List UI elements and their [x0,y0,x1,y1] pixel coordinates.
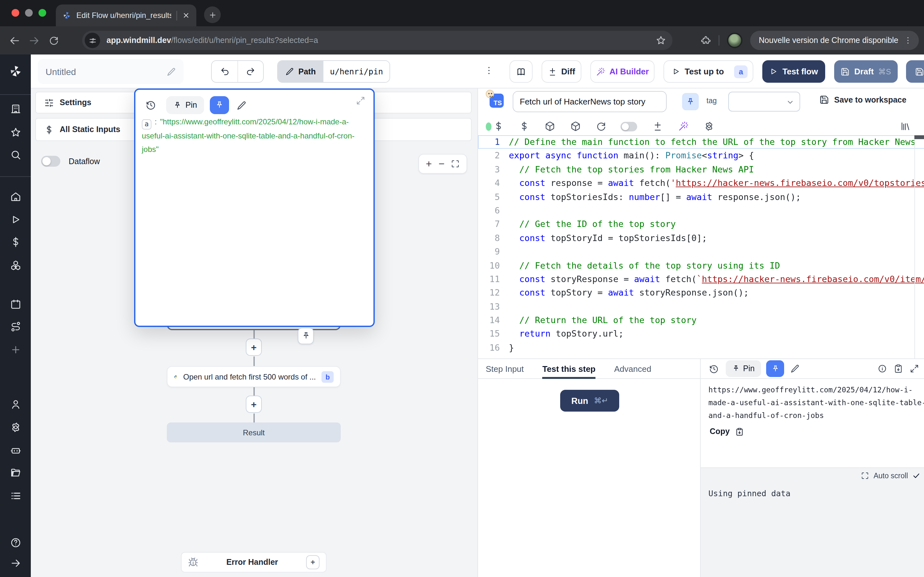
run-button[interactable]: Run ⌘↵ [560,390,619,412]
code-line-3[interactable]: 3 // Fetch the top stories from Hacker N… [478,163,924,177]
dataflow-toggle[interactable] [41,156,60,167]
editor-tool-gear[interactable] [704,121,714,131]
site-info-icon[interactable] [85,33,100,48]
editor-toggle[interactable] [620,121,637,131]
sidebar-item-folder[interactable] [0,467,31,478]
traffic-light-close[interactable] [11,9,19,17]
sidebar-item-gear[interactable] [0,422,31,433]
fit-view-icon[interactable] [451,160,460,168]
sidebar-item-calendar[interactable] [0,299,31,309]
add-error-handler-button[interactable]: + [306,555,320,569]
auto-scroll-control[interactable]: Auto scroll [861,472,920,480]
sidebar-item-arrow-right[interactable] [0,558,31,569]
pin-toggle-button[interactable]: Pin [726,360,761,377]
sidebar-item-building[interactable] [0,103,31,114]
zoom-out-icon[interactable]: − [439,158,445,169]
sidebar-item-help[interactable] [0,537,31,548]
sidebar-item-home[interactable] [0,191,31,202]
zoom-in-icon[interactable]: + [426,158,432,169]
sidebar-item-cubes[interactable] [0,259,31,271]
profile-avatar[interactable] [727,33,742,48]
editor-tool-refresh[interactable] [596,121,606,131]
expand-icon[interactable] [356,96,365,105]
undo-button[interactable] [212,61,237,82]
code-line-9[interactable]: 9 [478,245,924,259]
forward-icon[interactable] [29,35,40,46]
code-line-2[interactable]: 2export async function main(): Promise<s… [478,149,924,163]
copy-json-icon[interactable] [894,364,903,373]
extensions-icon[interactable] [700,35,711,45]
test-flow-button[interactable]: Test flow [762,60,825,83]
windmill-logo[interactable] [0,64,31,78]
pin-active-button[interactable] [210,96,229,114]
step-summary-input[interactable]: Fetch url of HackerNews top story [513,91,667,112]
deploy-button[interactable]: Deploy [906,60,924,83]
chrome-update-button[interactable]: Nouvelle version de Chrome disponible [750,31,919,50]
test-up-to-button[interactable]: Test up to a [664,60,753,83]
fullscreen-icon[interactable] [861,472,869,480]
code-editor[interactable]: 1// Define the main function to fetch th… [478,135,924,358]
code-line-6[interactable]: 6 [478,204,924,218]
draft-button[interactable]: Draft ⌘S [834,60,898,83]
code-line-5[interactable]: 5 const topStoriesIds: number[] = await … [478,190,924,204]
copy-button[interactable]: Copy [710,427,744,436]
traffic-light-minimize[interactable] [25,9,33,17]
code-line-14[interactable]: 14 // Return the URL of the top story [478,314,924,327]
flow-node-result[interactable]: Result [167,422,341,442]
editor-tool-package[interactable] [570,121,581,131]
editor-tool-package[interactable] [545,121,555,131]
reload-icon[interactable] [49,35,59,45]
flow-node-b[interactable]: Open url and fetch first 500 words of ..… [167,366,341,387]
pin-active-button[interactable] [766,360,784,377]
info-icon[interactable] [878,364,887,373]
code-line-7[interactable]: 7 // Get the ID of the top story [478,218,924,231]
insert-step-button[interactable]: + [246,396,262,413]
sidebar-item-list[interactable] [0,490,31,501]
tab-advanced[interactable]: Advanced [614,359,651,379]
bookmark-star-icon[interactable] [656,35,666,45]
diff-button[interactable]: Diff [541,60,582,83]
redo-button[interactable] [237,61,263,82]
sidebar-item-route[interactable] [0,321,31,332]
tag-select[interactable] [728,92,800,111]
code-line-1[interactable]: 1// Define the main function to fetch th… [478,135,924,149]
new-tab-button[interactable] [204,6,221,23]
sidebar-item-search[interactable] [0,149,31,160]
sidebar-item-play[interactable] [0,214,31,225]
sidebar-item-dollar[interactable] [0,237,31,247]
edit-icon[interactable] [790,364,800,373]
code-line-11[interactable]: 11 const storyResponse = await fetch(`ht… [478,272,924,286]
path-button[interactable]: Path u/henri/pin [277,60,390,83]
code-line-10[interactable]: 10 // Fetch the details of the top story… [478,259,924,272]
sidebar-item-plus[interactable] [0,344,31,355]
browser-tab[interactable]: Edit Flow u/henri/pin_results [56,5,196,26]
history-icon[interactable] [145,100,156,110]
tab-test-this-step[interactable]: Test this step [543,359,596,379]
edit-icon[interactable] [237,100,246,110]
code-line-4[interactable]: 4 const response = await fetch('https://… [478,176,924,190]
tab-close-icon[interactable] [182,11,190,19]
tab-step-input[interactable]: Step Input [486,359,524,379]
sidebar-item-star[interactable] [0,127,31,138]
chrome-menu-icon[interactable] [903,36,913,45]
save-to-workspace-button[interactable]: Save to workspace [819,95,906,105]
ai-builder-button[interactable]: AI Builder [590,60,654,83]
back-icon[interactable] [9,35,20,46]
flow-title-field[interactable]: Untitled [38,59,184,84]
history-icon[interactable] [709,364,719,374]
omnibox[interactable]: app.windmill.dev/flows/edit/u/henri/pin_… [82,31,672,50]
code-line-16[interactable]: 16} [478,341,924,355]
flow-node-error-handler[interactable]: Error Handler + [181,552,326,572]
header-pin-button[interactable] [682,93,699,110]
insert-step-button[interactable]: + [246,338,262,356]
code-line-12[interactable]: 12 const topStory = await storyResponse.… [478,286,924,300]
library-panel-icon[interactable] [900,121,911,131]
docs-button[interactable] [509,60,533,83]
traffic-light-zoom[interactable] [39,9,46,17]
editor-tool-diff[interactable] [653,121,663,131]
code-line-8[interactable]: 8 const topStoryId = topStoriesIds[0]; [478,231,924,245]
code-line-15[interactable]: 15 return topStory.url; [478,327,924,341]
more-options-icon[interactable] [484,65,494,76]
editor-tool-wand-sparkles[interactable] [678,121,688,131]
editor-tool-dollar[interactable] [493,121,504,131]
